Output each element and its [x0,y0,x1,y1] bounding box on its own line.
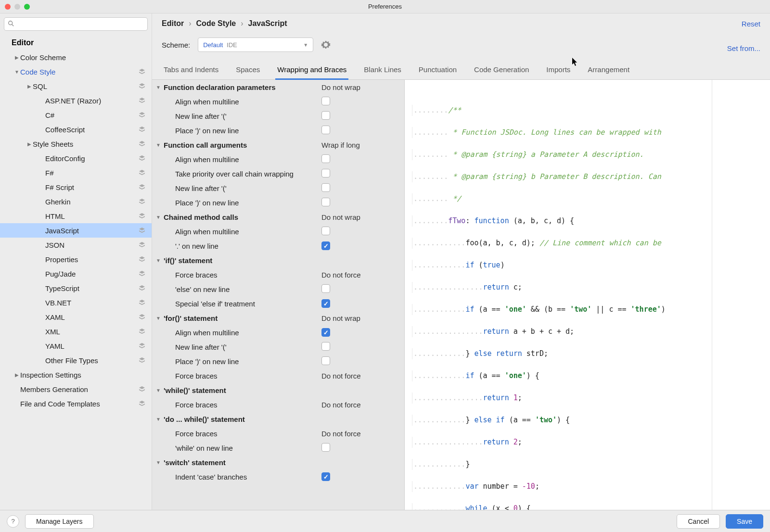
sidebar-item-asp-net-razor-[interactable]: ASP.NET (Razor) [0,93,152,108]
setting-value[interactable]: Do not wrap [321,83,398,91]
layers-icon [138,126,146,133]
sidebar-item-file-and-code-templates[interactable]: File and Code Templates [0,396,152,411]
sidebar-item-sql[interactable]: ▶SQL [0,79,152,93]
setting-value[interactable]: Do not force [321,430,398,438]
sidebar-item-vb-net[interactable]: VB.NET [0,295,152,310]
layers-icon [138,255,146,263]
checkbox[interactable] [321,328,330,337]
setting-value[interactable]: Wrap if long [321,141,398,149]
checkbox[interactable] [321,169,330,177]
setting-label: Chained method calls [164,213,321,221]
tab-tabs-and-indents[interactable]: Tabs and Indents [162,61,220,79]
sidebar-item-members-generation[interactable]: Members Generation [0,382,152,396]
tab-punctuation[interactable]: Punctuation [417,61,459,79]
save-button[interactable]: Save [726,514,763,529]
layers-icon [138,111,146,119]
sidebar-item-html[interactable]: HTML [0,209,152,223]
setting-value[interactable]: Do not force [321,401,398,409]
settings-list[interactable]: ▼Function declaration parametersDo not w… [152,80,405,510]
setting-group[interactable]: ▼Chained method callsDo not wrap [152,210,404,224]
gear-icon[interactable] [321,40,331,50]
checkbox[interactable] [321,227,330,235]
sidebar-item-other-file-types[interactable]: Other File Types [0,353,152,367]
reset-link[interactable]: Reset [742,20,760,28]
checkbox[interactable] [321,154,330,163]
setting-value[interactable]: Do not force [321,271,398,279]
sidebar-item-javascript[interactable]: JavaScript [0,223,152,238]
checkbox[interactable] [321,284,330,293]
setting-label: Function call arguments [164,141,321,149]
sidebar-item-style-sheets[interactable]: ▶Style Sheets [0,137,152,151]
checkbox[interactable] [321,299,330,308]
set-from-link[interactable]: Set from... [727,44,760,52]
sidebar-item-label: F# Script [45,183,138,191]
sidebar-item-pug-jade[interactable]: Pug/Jade [0,266,152,281]
setting-value[interactable]: Do not wrap [321,213,398,221]
help-button[interactable]: ? [7,515,19,528]
checkbox[interactable] [321,356,330,365]
setting-label: 'do ... while()' statement [164,415,321,423]
sidebar-item-yaml[interactable]: YAML [0,339,152,353]
sidebar-item-xaml[interactable]: XAML [0,310,152,324]
setting-label: Align when multiline [164,155,321,164]
sidebar-item-properties[interactable]: Properties [0,252,152,266]
setting-value[interactable]: Do not force [321,372,398,380]
sidebar-item-xml[interactable]: XML [0,324,152,339]
checkbox[interactable] [321,342,330,351]
tab-blank-lines[interactable]: Blank Lines [362,61,403,79]
sidebar-item-label: File and Code Templates [20,400,138,408]
manage-layers-button[interactable]: Manage Layers [25,514,94,529]
scheme-select[interactable]: Default IDE ▼ [198,38,313,52]
checkbox[interactable] [321,126,330,134]
checkbox[interactable] [321,97,330,105]
sidebar-item-editor: Editor [0,36,152,50]
sidebar-item-f-script[interactable]: F# Script [0,180,152,194]
chevron-down-icon: ▼ [303,42,308,48]
tab-imports[interactable]: Imports [544,61,572,79]
sidebar-item-f-[interactable]: F# [0,165,152,180]
setting-label: Indent 'case' branches [164,473,321,481]
setting-group[interactable]: ▼'do ... while()' statement [152,412,404,426]
breadcrumb-codestyle[interactable]: Code Style [196,19,236,28]
setting-group[interactable]: ▼'if()' statement [152,253,404,267]
sidebar-item-editorconfig[interactable]: EditorConfig [0,151,152,165]
setting-group[interactable]: ▼'for()' statementDo not wrap [152,311,404,325]
sidebar-item-code-style[interactable]: ▼Code Style [0,64,152,79]
code-preview: ......../** ........ * Function JSDoc. L… [405,80,770,510]
setting-group[interactable]: ▼'while()' statement [152,383,404,397]
tab-arrangement[interactable]: Arrangement [586,61,631,79]
sidebar-item-typescript[interactable]: TypeScript [0,281,152,295]
checkbox[interactable] [321,443,330,452]
cancel-button[interactable]: Cancel [677,514,720,529]
titlebar: Preferences [0,0,770,13]
setting-label: 'else' on new line [164,285,321,293]
sidebar-item-label: EditorConfig [45,154,138,163]
search-input[interactable] [4,17,148,31]
chevron-down-icon: ▼ [156,85,164,90]
tab-wrapping-and-braces[interactable]: Wrapping and Braces [275,61,348,80]
chevron-right-icon: ▶ [26,84,33,89]
sidebar-item-json[interactable]: JSON [0,238,152,252]
setting-label: 'while' on new line [164,444,321,452]
checkbox[interactable] [321,472,330,481]
layers-icon [138,97,146,104]
checkbox[interactable] [321,241,330,250]
setting-label: Take priority over call chain wrapping [164,170,321,178]
sidebar-item-inspection-settings[interactable]: ▶Inspection Settings [0,367,152,382]
checkbox[interactable] [321,198,330,206]
sidebar-item-c-[interactable]: C# [0,108,152,122]
setting-value[interactable]: Do not wrap [321,314,398,322]
tab-spaces[interactable]: Spaces [234,61,262,79]
setting-group[interactable]: ▼Function call argumentsWrap if long [152,138,404,152]
sidebar-item-color-scheme[interactable]: ▶Color Scheme [0,50,152,64]
sidebar-item-label: YAML [45,342,138,350]
setting-group[interactable]: ▼Function declaration parametersDo not w… [152,80,404,94]
tab-code-generation[interactable]: Code Generation [472,61,531,79]
sidebar-item-coffeescript[interactable]: CoffeeScript [0,122,152,137]
checkbox[interactable] [321,183,330,192]
checkbox[interactable] [321,111,330,120]
sidebar-item-gherkin[interactable]: Gherkin [0,194,152,209]
setting-group[interactable]: ▼'switch' statement [152,455,404,469]
sidebar-item-label: Style Sheets [33,140,138,148]
breadcrumb-editor[interactable]: Editor [162,19,184,28]
